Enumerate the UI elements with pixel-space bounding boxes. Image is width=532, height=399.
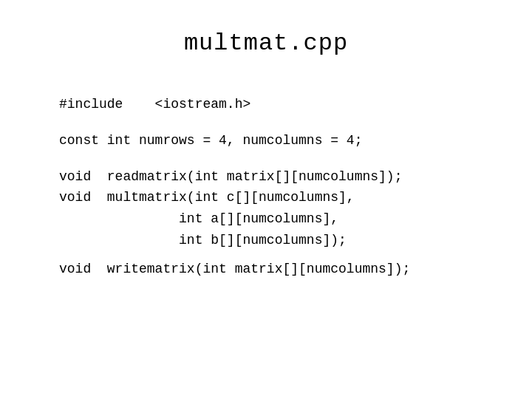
void2-line: void multmatrix(int c[][numcolumns],: [59, 187, 410, 208]
void3-line: void writematrix(int matrix[][numcolumns…: [59, 259, 410, 280]
spacer-3: [59, 251, 410, 259]
page-title: multmat.cpp: [184, 30, 348, 57]
void2-cont2-line: int b[][numcolumns]);: [59, 230, 410, 251]
code-block: #include <iostream.h> const int numrows …: [59, 94, 410, 280]
void2-cont1-line: int a[][numcolumns],: [59, 208, 410, 230]
void1-line: void readmatrix(int matrix[][numcolumns]…: [59, 166, 410, 188]
const-line: const int numrows = 4, numcolumns = 4;: [59, 130, 410, 151]
include-line: #include <iostream.h>: [59, 94, 410, 115]
spacer-1: [59, 115, 410, 130]
spacer-2: [59, 151, 410, 166]
